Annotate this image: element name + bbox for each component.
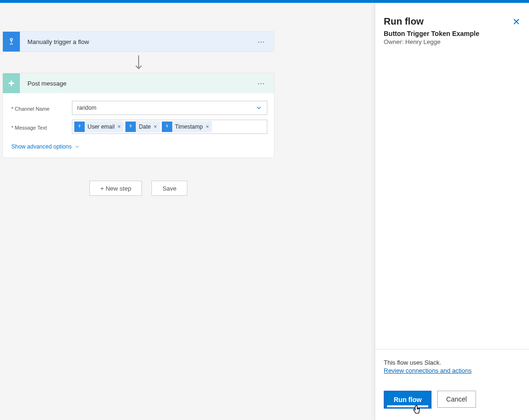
close-icon[interactable]: × bbox=[206, 123, 209, 130]
panel-header: Run flow Button Trigger Token Example Ow… bbox=[375, 3, 529, 50]
action-more-icon[interactable]: ··· bbox=[253, 79, 269, 88]
trigger-more-icon[interactable]: ··· bbox=[253, 37, 269, 47]
flow-arrow bbox=[2, 52, 274, 73]
close-icon[interactable]: ✕ bbox=[512, 16, 520, 27]
panel-subtitle: Button Trigger Token Example bbox=[384, 30, 520, 37]
run-flow-panel: Run flow Button Trigger Token Example Ow… bbox=[375, 3, 529, 420]
channel-dropdown[interactable]: random bbox=[72, 101, 267, 115]
cancel-button[interactable]: Cancel bbox=[437, 391, 476, 408]
action-body: * Channel Name random * Message Text bbox=[3, 93, 274, 158]
token-timestamp[interactable]: Timestamp × bbox=[162, 121, 212, 132]
channel-label: * Channel Name bbox=[11, 104, 72, 112]
save-button[interactable]: Save bbox=[151, 181, 187, 196]
token-label: User email bbox=[88, 123, 115, 130]
panel-body bbox=[375, 50, 529, 349]
chevron-down-icon bbox=[74, 144, 80, 149]
action-title: Post message bbox=[20, 80, 253, 87]
message-token-field[interactable]: User email × Date × bbox=[72, 120, 267, 134]
token-label: Date bbox=[139, 123, 150, 130]
token-icon bbox=[74, 122, 85, 132]
new-step-button[interactable]: + New step bbox=[89, 181, 142, 196]
close-icon[interactable]: × bbox=[154, 123, 157, 130]
action-header[interactable]: Post message ··· bbox=[3, 73, 274, 93]
panel-title: Run flow bbox=[384, 16, 520, 27]
show-advanced-options[interactable]: Show advanced options bbox=[11, 143, 267, 150]
slack-icon bbox=[3, 73, 20, 93]
token-label: Timestamp bbox=[175, 123, 203, 130]
panel-footer: This flow uses Slack. Review connections… bbox=[375, 349, 529, 420]
token-user-email[interactable]: User email × bbox=[74, 121, 123, 132]
chevron-down-icon bbox=[256, 105, 262, 111]
trigger-card[interactable]: Manually trigger a flow ··· bbox=[2, 31, 274, 52]
panel-owner: Owner: Henry Legge bbox=[384, 38, 520, 45]
message-row: * Message Text User email × bbox=[11, 120, 267, 134]
message-label: * Message Text bbox=[11, 123, 72, 131]
panel-buttons: Run flow Cancel bbox=[384, 391, 520, 409]
svg-point-3 bbox=[79, 125, 80, 126]
action-card[interactable]: Post message ··· * Channel Name random bbox=[2, 73, 274, 158]
trigger-header[interactable]: Manually trigger a flow ··· bbox=[3, 32, 274, 52]
close-icon[interactable]: × bbox=[117, 123, 121, 130]
panel-footer-text: This flow uses Slack. bbox=[384, 359, 520, 366]
token-icon bbox=[125, 122, 136, 132]
svg-rect-2 bbox=[11, 80, 12, 86]
review-connections-link[interactable]: Review connections and actions bbox=[384, 367, 472, 374]
channel-row: * Channel Name random bbox=[11, 101, 267, 115]
channel-value: random bbox=[77, 105, 97, 111]
flow-canvas: Manually trigger a flow ··· Post message bbox=[0, 3, 277, 196]
token-icon bbox=[162, 122, 172, 132]
token-date[interactable]: Date × bbox=[125, 121, 159, 132]
svg-point-0 bbox=[10, 38, 13, 41]
trigger-title: Manually trigger a flow bbox=[20, 38, 253, 45]
main-area: Manually trigger a flow ··· Post message bbox=[0, 3, 529, 420]
trigger-touch-icon bbox=[3, 32, 20, 52]
svg-point-4 bbox=[130, 125, 132, 126]
run-flow-button[interactable]: Run flow bbox=[384, 391, 432, 409]
canvas-footer-buttons: + New step Save bbox=[2, 181, 274, 196]
advanced-label: Show advanced options bbox=[11, 143, 71, 150]
svg-point-5 bbox=[166, 125, 168, 126]
